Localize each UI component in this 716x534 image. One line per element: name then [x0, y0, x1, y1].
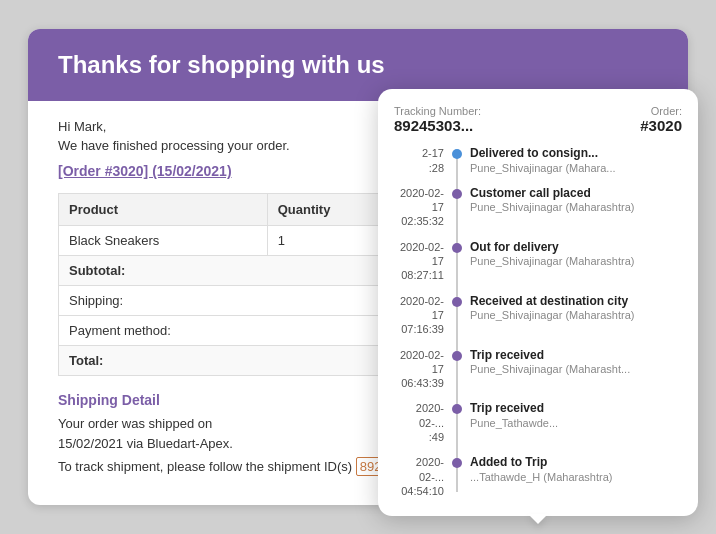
tracking-popup: Tracking Number: 89245303... Order: #302…: [378, 89, 698, 516]
tracking-info: Customer call placed Pune_Shivajinagar (…: [470, 186, 634, 214]
tracking-info: Delivered to consign... Pune_Shivajinaga…: [470, 146, 616, 174]
tracking-time: 2020-02-17 08:27:11: [394, 240, 452, 283]
tracking-time: 2020-02-... 04:54:10: [394, 455, 452, 498]
tracking-time: 2020-02-17 02:35:32: [394, 186, 452, 229]
tracking-item: 2020-02-17 06:43:39 Trip received Pune_S…: [394, 348, 682, 391]
order-number-block: Order: #3020: [640, 105, 682, 134]
tracking-status: Trip received: [470, 348, 630, 364]
tracking-location: Pune_Shivajinagar (Maharashtra): [470, 201, 634, 213]
tracking-location: Pune_Shivajinagar (Maharasht...: [470, 363, 630, 375]
tracking-item: 2020-02-17 02:35:32 Customer call placed…: [394, 186, 682, 229]
order-number: #3020: [640, 117, 682, 134]
total-label: Total:: [59, 346, 406, 376]
tracking-dot: [452, 149, 462, 159]
col-product: Product: [59, 194, 268, 226]
tracking-location: Pune_Shivajinagar (Maharashtra): [470, 255, 634, 267]
tracking-number: 89245303...: [394, 117, 481, 134]
tracking-status: Out for delivery: [470, 240, 634, 256]
payment-label: Payment method:: [59, 316, 406, 346]
tracking-location: ...Tathawde_H (Maharashtra): [470, 471, 612, 483]
tracking-item: 2020-02-17 07:16:39 Received at destinat…: [394, 294, 682, 337]
tracking-time: 2020-02-17 06:43:39: [394, 348, 452, 391]
tracking-info: Trip received Pune_Tathawde...: [470, 401, 558, 429]
product-name: Black Sneakers: [59, 226, 268, 256]
tracking-info: Out for delivery Pune_Shivajinagar (Maha…: [470, 240, 634, 268]
page-title: Thanks for shopping with us: [58, 51, 658, 79]
tracking-item: 2020-02-... :49 Trip received Pune_Tatha…: [394, 401, 682, 444]
tracking-label: Tracking Number:: [394, 105, 481, 117]
tracking-dot: [452, 189, 462, 199]
tracking-dot: [452, 458, 462, 468]
tracking-location: Pune_Shivajinagar (Mahara...: [470, 162, 616, 174]
subtotal-label: Subtotal:: [59, 256, 406, 286]
receipt-card: Thanks for shopping with us Hi Mark, We …: [28, 29, 688, 505]
shipping-label: Shipping:: [59, 286, 406, 316]
tracking-location: Pune_Shivajinagar (Maharashtra): [470, 309, 634, 321]
tracking-dot: [452, 243, 462, 253]
tracking-item: 2020-02-... 04:54:10 Added to Trip ...Ta…: [394, 455, 682, 498]
tracking-header: Tracking Number: 89245303... Order: #302…: [394, 105, 682, 134]
tracking-status: Customer call placed: [470, 186, 634, 202]
tracking-dot: [452, 297, 462, 307]
tracking-time: 2020-02-17 07:16:39: [394, 294, 452, 337]
order-label: Order:: [640, 105, 682, 117]
tracking-info: Trip received Pune_Shivajinagar (Maharas…: [470, 348, 630, 376]
tracking-info: Received at destination city Pune_Shivaj…: [470, 294, 634, 322]
tracking-status: Added to Trip: [470, 455, 612, 471]
tracking-item: 2-17 :28 Delivered to consign... Pune_Sh…: [394, 146, 682, 175]
tracking-list: 2-17 :28 Delivered to consign... Pune_Sh…: [394, 146, 682, 498]
tracking-status: Received at destination city: [470, 294, 634, 310]
tracking-time: 2-17 :28: [394, 146, 452, 175]
tracking-dot: [452, 351, 462, 361]
tracking-dot: [452, 404, 462, 414]
tracking-time: 2020-02-... :49: [394, 401, 452, 444]
tracking-info: Added to Trip ...Tathawde_H (Maharashtra…: [470, 455, 612, 483]
tracking-number-block: Tracking Number: 89245303...: [394, 105, 481, 134]
tracking-status: Delivered to consign...: [470, 146, 616, 162]
tracking-status: Trip received: [470, 401, 558, 417]
tracking-location: Pune_Tathawde...: [470, 417, 558, 429]
tracking-item: 2020-02-17 08:27:11 Out for delivery Pun…: [394, 240, 682, 283]
